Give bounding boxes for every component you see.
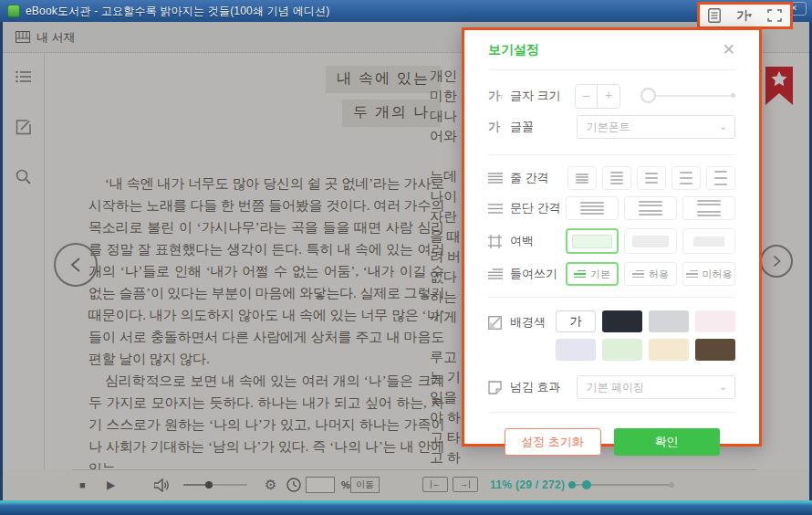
font-size-increase-button[interactable]: + — [598, 85, 619, 108]
window-title: eBook도서관 - 고요할수록 밝아지는 것들(100쇄 기념 에디션) — [26, 4, 329, 19]
bg-color-cream-swatch[interactable] — [649, 339, 689, 361]
indent-icon — [488, 268, 510, 279]
window-bottom-border — [0, 500, 812, 515]
font-size-label: 글자 크기 — [510, 88, 561, 104]
paragraph-spacing-label: 문단 간격 — [510, 200, 561, 216]
font-family-icon: 가 — [488, 119, 510, 135]
reset-settings-button[interactable]: 설정 초기화 — [505, 428, 601, 456]
indent-option-default-selected[interactable]: 기본 — [566, 262, 619, 286]
font-family-label: 글꼴 — [510, 119, 534, 135]
bg-color-white-swatch[interactable]: 가 — [556, 310, 596, 332]
bg-color-green-swatch[interactable] — [602, 339, 642, 361]
paragraph-spacing-option-1[interactable] — [566, 196, 619, 220]
page-turn-effect-icon — [488, 381, 510, 394]
bg-color-pink-swatch[interactable] — [695, 310, 735, 332]
font-size-decrease-button[interactable]: – — [576, 85, 598, 108]
line-spacing-option-4[interactable] — [671, 166, 701, 190]
page-turn-effect-label: 넘김 효과 — [510, 379, 561, 395]
margin-option-2[interactable] — [624, 228, 677, 254]
indent-label: 들여쓰기 — [510, 266, 557, 282]
line-spacing-option-1[interactable] — [567, 166, 597, 190]
indent-option-allow[interactable]: 허용 — [624, 262, 677, 286]
margin-option-3[interactable] — [682, 228, 735, 254]
fullscreen-icon[interactable] — [767, 9, 782, 22]
line-spacing-option-2[interactable] — [602, 166, 631, 190]
view-tools-highlight-box: 가▾ — [697, 2, 793, 29]
bg-color-dark-swatch[interactable] — [602, 310, 642, 332]
line-spacing-option-3[interactable] — [637, 166, 666, 190]
app-window: eBook도서관 - 고요할수록 밝아지는 것들(100쇄 기념 에디션) – … — [0, 0, 812, 515]
page-turn-effect-value: 기본 페이징 — [587, 381, 644, 394]
viewer-settings-icon[interactable] — [708, 8, 721, 23]
confirm-button[interactable]: 확인 — [614, 428, 720, 456]
background-color-label: 배경색 — [510, 314, 546, 331]
paragraph-spacing-icon — [488, 204, 510, 214]
font-family-value: 기본폰트 — [587, 121, 630, 133]
background-color-icon — [488, 316, 510, 330]
bg-color-gray-swatch[interactable] — [649, 310, 689, 332]
paragraph-spacing-option-3[interactable] — [682, 196, 735, 220]
line-spacing-label: 줄 간격 — [510, 170, 549, 186]
bg-color-brown-swatch[interactable] — [695, 339, 735, 361]
bg-color-lavender-swatch[interactable] — [556, 339, 596, 361]
indent-option-disallow[interactable]: 미허용 — [682, 262, 735, 286]
chevron-down-icon: ⌄ — [720, 376, 727, 398]
font-size-slider[interactable] — [640, 87, 735, 105]
font-family-dropdown[interactable]: 기본폰트 ⌄ — [577, 115, 735, 139]
font-size-stepper: – + — [575, 84, 620, 109]
margin-icon — [488, 235, 510, 248]
view-settings-panel: 보기설정 ✕ 가↕ 글자 크기 – + 가 글꼴 — [462, 27, 762, 447]
panel-title: 보기설정 — [488, 42, 539, 58]
line-spacing-option-5[interactable] — [706, 166, 735, 190]
app-logo-icon — [7, 5, 20, 17]
chevron-down-icon: ⌄ — [720, 116, 727, 138]
panel-close-icon[interactable]: ✕ — [723, 42, 735, 58]
line-spacing-icon — [488, 173, 510, 184]
title-bar: eBook도서관 - 고요할수록 밝아지는 것들(100쇄 기념 에디션) – … — [0, 0, 812, 22]
font-settings-icon[interactable]: 가▾ — [736, 7, 752, 24]
margin-option-1-selected[interactable] — [566, 228, 619, 254]
page-turn-effect-dropdown[interactable]: 기본 페이징 ⌄ — [577, 375, 735, 399]
font-size-icon: 가↕ — [488, 88, 510, 104]
font-size-slider-handle[interactable] — [640, 88, 656, 103]
margin-label: 여백 — [510, 233, 534, 249]
paragraph-spacing-option-2[interactable] — [624, 196, 677, 220]
